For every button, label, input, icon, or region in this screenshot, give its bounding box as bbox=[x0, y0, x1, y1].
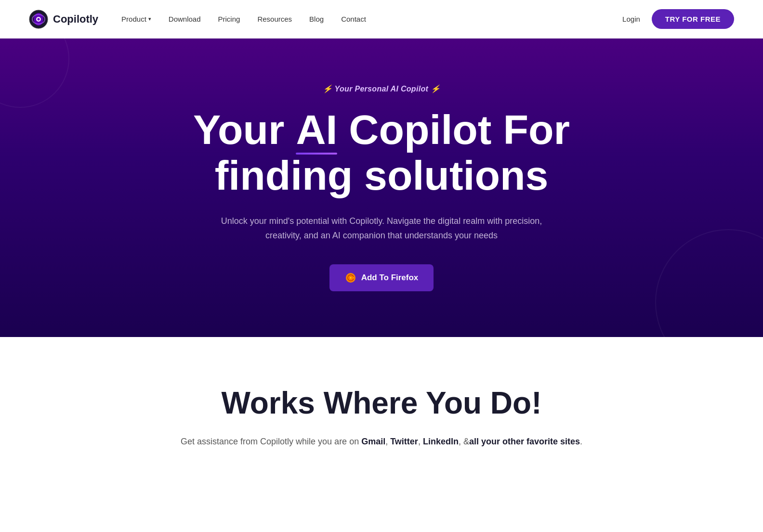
svg-point-7 bbox=[350, 277, 352, 279]
nav-item-blog[interactable]: Blog bbox=[309, 15, 324, 24]
logo-icon bbox=[29, 10, 48, 29]
navbar-left: Copilotly Product ▾ Download Pricing bbox=[29, 10, 366, 29]
works-brand-linkedin: LinkedIn bbox=[423, 437, 459, 446]
works-section: Works Where You Do! Get assistance from … bbox=[0, 337, 763, 488]
hero-section: ⚡ Your Personal AI Copilot ⚡ Your AI Cop… bbox=[0, 39, 763, 337]
logo-link[interactable]: Copilotly bbox=[29, 10, 98, 29]
nav-blog-link[interactable]: Blog bbox=[309, 15, 324, 23]
login-link[interactable]: Login bbox=[622, 15, 640, 23]
works-desc-suffix: , & bbox=[459, 437, 469, 446]
nav-links: Product ▾ Download Pricing Resources bbox=[121, 15, 366, 24]
nav-download-link[interactable]: Download bbox=[169, 15, 201, 23]
nav-item-download[interactable]: Download bbox=[169, 15, 201, 24]
works-brand-other: all your other favorite sites bbox=[469, 437, 580, 446]
works-desc-prefix: Get assistance from Copilotly while you … bbox=[181, 437, 361, 446]
firefox-icon bbox=[345, 272, 356, 284]
works-title: Works Where You Do! bbox=[29, 385, 734, 421]
works-comma-2: , bbox=[418, 437, 423, 446]
nav-item-product[interactable]: Product ▾ bbox=[121, 15, 151, 23]
lightning-icon-right: ⚡ bbox=[431, 85, 440, 93]
nav-product-link[interactable]: Product ▾ bbox=[121, 15, 151, 23]
nav-contact-link[interactable]: Contact bbox=[341, 15, 366, 23]
navbar-right: Login TRY FOR FREE bbox=[622, 9, 734, 29]
nav-item-pricing[interactable]: Pricing bbox=[218, 15, 240, 24]
works-description: Get assistance from Copilotly while you … bbox=[165, 434, 598, 449]
hero-content: ⚡ Your Personal AI Copilot ⚡ Your AI Cop… bbox=[193, 84, 570, 291]
add-to-firefox-button[interactable]: Add To Firefox bbox=[329, 264, 434, 291]
nav-item-contact[interactable]: Contact bbox=[341, 15, 366, 24]
nav-item-resources[interactable]: Resources bbox=[257, 15, 292, 24]
works-brand-twitter: Twitter bbox=[390, 437, 418, 446]
nav-pricing-link[interactable]: Pricing bbox=[218, 15, 240, 23]
works-period: . bbox=[580, 437, 582, 446]
hero-title-line1: Your AI Copilot For bbox=[193, 106, 570, 153]
logo-text: Copilotly bbox=[53, 13, 98, 26]
works-brand-gmail: Gmail bbox=[361, 437, 385, 446]
svg-point-4 bbox=[38, 18, 40, 20]
hero-title-line2: finding solutions bbox=[215, 152, 549, 198]
lightning-icon-left: ⚡ bbox=[323, 85, 332, 93]
ai-underline: AI bbox=[296, 107, 337, 153]
works-comma-1: , bbox=[385, 437, 390, 446]
chevron-down-icon: ▾ bbox=[148, 16, 151, 22]
hero-title: Your AI Copilot For finding solutions bbox=[193, 107, 570, 198]
navbar: Copilotly Product ▾ Download Pricing bbox=[0, 0, 763, 39]
try-for-free-button[interactable]: TRY FOR FREE bbox=[652, 9, 734, 29]
hero-description: Unlock your mind's potential with Copilo… bbox=[213, 214, 550, 243]
hero-tagline: ⚡ Your Personal AI Copilot ⚡ bbox=[193, 84, 570, 93]
nav-resources-link[interactable]: Resources bbox=[257, 15, 292, 23]
